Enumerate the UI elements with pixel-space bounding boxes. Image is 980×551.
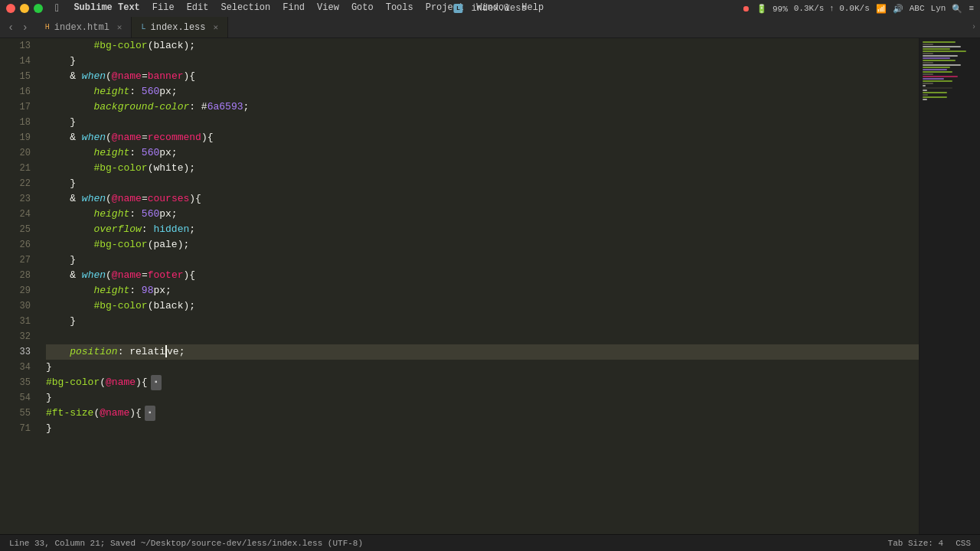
- code-line-14: }: [46, 54, 919, 69]
- line-num-29: 29: [0, 283, 31, 298]
- mini-line: [923, 90, 927, 91]
- tab-size-indicator[interactable]: Tab Size: 4: [888, 539, 944, 548]
- editor-area: 13 14 15 16 17 18 19 20 21 22 23 24 25 2…: [0, 38, 980, 534]
- macos-status-right: ⏺ 🔋 99% 0.3K/s ↑ 0.0K/s 📶 🔊 ABC Lyn 🔍 ≡: [742, 4, 974, 14]
- line-num-24: 24: [0, 207, 31, 222]
- minimap[interactable]: [919, 38, 980, 534]
- code-line-19: & when(@name=recommend){: [46, 130, 919, 145]
- line-num-71: 71: [0, 421, 31, 436]
- code-line-28: & when(@name=footer){: [46, 268, 919, 283]
- code-line-54: }: [46, 390, 919, 406]
- line-num-35: 35: [0, 375, 31, 390]
- mini-line: [923, 55, 958, 57]
- fold-indicator-35[interactable]: ▪: [151, 375, 162, 390]
- tab-index-html[interactable]: H index.html ✕: [36, 17, 132, 37]
- mini-line: [923, 69, 947, 70]
- tab-close-button-less[interactable]: ✕: [214, 22, 219, 32]
- code-line-35: #bg-color(@name){▪: [46, 375, 919, 390]
- code-line-23: & when(@name=courses){: [46, 191, 919, 207]
- menu-edit[interactable]: Edit: [187, 2, 209, 15]
- network-speed: 0.3K/s ↑ 0.0K/s: [794, 4, 870, 13]
- line-num-26: 26: [0, 237, 31, 253]
- code-line-20: height: 560px;: [46, 145, 919, 161]
- line-num-17: 17: [0, 99, 31, 115]
- mini-line: [923, 80, 952, 82]
- tab-index-less[interactable]: L index.less ✕: [132, 17, 228, 37]
- search-icon[interactable]: 🔍: [952, 4, 962, 14]
- line-num-19: 19: [0, 130, 31, 145]
- line-num-32: 32: [0, 329, 31, 344]
- code-line-34: }: [46, 360, 919, 375]
- mini-line: [923, 94, 928, 96]
- mini-line: [923, 48, 950, 50]
- menu-selection[interactable]: Selection: [220, 2, 270, 15]
- line-num-23: 23: [0, 191, 31, 207]
- code-line-27: }: [46, 253, 919, 268]
- line-num-54: 54: [0, 390, 31, 406]
- code-line-26: #bg-color(pale);: [46, 237, 919, 253]
- menu-view[interactable]: View: [317, 2, 339, 15]
- code-line-30: #bg-color(black);: [46, 298, 919, 314]
- mini-line: [923, 51, 966, 52]
- macos-menubar:  Sublime Text File Edit Selection Find …: [0, 0, 980, 17]
- statusbar: Line 33, Column 21; Saved ~/Desktop/sour…: [0, 534, 980, 551]
- menu-tools[interactable]: Tools: [386, 2, 413, 15]
- mini-line: [923, 62, 933, 64]
- battery-indicator: 🔋 99%: [756, 4, 787, 14]
- line-num-13: 13: [0, 38, 31, 54]
- mini-line: [923, 46, 961, 47]
- mini-line: [923, 57, 950, 59]
- menu-file[interactable]: File: [152, 2, 175, 15]
- fold-indicator-55[interactable]: ▪: [145, 406, 155, 421]
- line-num-14: 14: [0, 54, 31, 69]
- menu-find[interactable]: Find: [283, 2, 305, 15]
- mini-line: [923, 53, 933, 54]
- code-line-21: #bg-color(white);: [46, 161, 919, 176]
- tab-bar-empty: [228, 17, 968, 37]
- line-num-27: 27: [0, 253, 31, 268]
- control-strip[interactable]: ≡: [969, 4, 974, 13]
- code-line-29: height: 98px;: [46, 283, 919, 298]
- tab-scroll-right[interactable]: ›: [968, 17, 980, 37]
- line-num-18: 18: [0, 115, 31, 130]
- close-window-button[interactable]: [6, 4, 15, 13]
- mini-line: [923, 44, 933, 45]
- tab-next-button[interactable]: ›: [18, 20, 31, 35]
- tab-close-button[interactable]: ✕: [117, 22, 122, 32]
- code-line-24: height: 560px;: [46, 207, 919, 222]
- volume-indicator: 🔊: [893, 4, 903, 14]
- mini-line: [923, 71, 952, 73]
- mini-line: [923, 96, 947, 98]
- mini-line: [923, 60, 956, 61]
- line-num-15: 15: [0, 69, 31, 84]
- tab-label-less: index.less: [150, 22, 205, 33]
- line-num-30: 30: [0, 298, 31, 314]
- statusbar-right: Tab Size: 4 CSS: [888, 539, 971, 548]
- code-line-18: }: [46, 115, 919, 130]
- code-line-71: }: [46, 421, 919, 436]
- cursor-position: Line 33, Column 21; Saved ~/Desktop/sour…: [9, 539, 363, 548]
- minimize-window-button[interactable]: [20, 4, 29, 13]
- apple-menu[interactable]: : [55, 2, 61, 15]
- record-indicator: ⏺: [742, 4, 750, 14]
- code-line-15: & when(@name=banner){: [46, 69, 919, 84]
- traffic-lights: [6, 4, 43, 13]
- code-line-32: [46, 329, 919, 344]
- code-line-13: #bg-color(black);: [46, 38, 919, 54]
- code-content[interactable]: #bg-color(black); } & when(@name=banner)…: [38, 38, 919, 534]
- syntax-indicator[interactable]: CSS: [956, 539, 971, 548]
- line-num-28: 28: [0, 268, 31, 283]
- menu-goto[interactable]: Goto: [351, 2, 374, 15]
- code-line-33: position: relative;: [46, 344, 919, 360]
- maximize-window-button[interactable]: [34, 4, 43, 13]
- autocorrect-indicator: ABC: [910, 4, 925, 13]
- tab-file-icon: H: [45, 23, 50, 31]
- tab-label: index.html: [54, 22, 109, 33]
- tab-prev-button[interactable]: ‹: [5, 20, 17, 35]
- code-line-31: }: [46, 314, 919, 329]
- mini-line: [923, 78, 944, 80]
- line-numbers-gutter: 13 14 15 16 17 18 19 20 21 22 23 24 25 2…: [0, 38, 38, 534]
- line-num-25: 25: [0, 222, 31, 237]
- mini-line: [923, 73, 933, 75]
- mini-line: [923, 41, 956, 43]
